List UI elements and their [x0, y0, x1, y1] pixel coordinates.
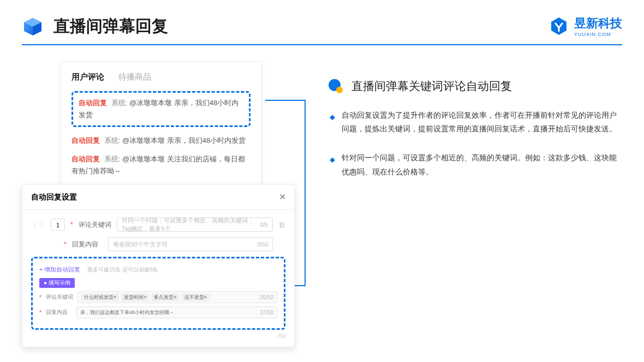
char-counter: 20/50: [260, 294, 273, 300]
required-marker: *: [64, 240, 67, 248]
header-divider: [22, 44, 622, 45]
bullet-text: 针对同一个问题，可设置多个相近的、高频的关键词。例如：这款多少钱、这块能优惠吗、…: [342, 151, 622, 178]
auto-reply-tag: 自动回复: [71, 155, 100, 163]
add-auto-reply-link[interactable]: + 增加自动回复: [39, 266, 80, 273]
keyword-tag[interactable]: 还不发货×: [182, 293, 210, 301]
bullet-text: 自动回复设置为了提升作者的评论回复效率，作者可在开播前针对常见的评论用户问题，提…: [342, 108, 622, 136]
reply-input[interactable]: 每条限50个中文字符 0/50: [108, 237, 273, 251]
system-label: 系统:: [104, 155, 121, 163]
brand-icon: [549, 16, 569, 36]
page-header: 直播间弹幕回复: [0, 0, 644, 44]
chat-bubble-icon: [327, 78, 344, 94]
cube-icon: [22, 16, 44, 38]
tag-container: 什么时候发货×发货时间×多久发货×还不发货×: [81, 293, 210, 301]
bullet-item: ◆ 自动回复设置为了提升作者的评论回复效率，作者可在开播前针对常见的评论用户问题…: [330, 108, 622, 136]
brand-url: YUUXIN.COM: [574, 32, 622, 37]
system-label: 系统:: [111, 99, 128, 107]
system-label: 系统:: [104, 136, 121, 144]
example-badge: ● 填写示例: [39, 278, 75, 288]
comment-tabs: 用户评论 待播商品: [71, 72, 251, 82]
comment-highlight: 自动回复 系统: @冰墩墩本墩 亲亲，我们48小时内发货: [71, 91, 251, 127]
char-counter: 37/50: [260, 310, 273, 316]
tab-pending-products[interactable]: 待播商品: [118, 72, 151, 82]
bottom-counter: /50: [31, 333, 285, 339]
description-panel: 直播间弹幕关键词评论自动回复 ◆ 自动回复设置为了提升作者的评论回复效率，作者可…: [327, 62, 622, 347]
auto-reply-tag: 自动回复: [79, 99, 107, 107]
diamond-icon: ◆: [330, 111, 335, 136]
comment-text: @冰墩墩本墩 亲亲，我们48小时内发货: [122, 136, 246, 144]
placeholder-text: 每条限50个中文字符: [113, 240, 168, 249]
keyword-tag[interactable]: 多久发货×: [151, 293, 179, 301]
brand-logo: 昱新科技 YUUXIN.COM: [549, 15, 622, 37]
comment-item: 自动回复 系统: @冰墩墩本墩 关注我们的店铺，每日都有热门推荐呦～: [71, 153, 251, 177]
comment-item: 自动回复 系统: @冰墩墩本墩 亲亲，我们48小时内发货: [71, 135, 251, 147]
example-reply-label: 回复内容: [46, 309, 72, 316]
example-keyword-row: * 评论关键词 什么时候发货×发货时间×多久发货×还不发货× 20/50: [39, 291, 277, 303]
bullet-item: ◆ 针对同一个问题，可设置多个相近的、高频的关键词。例如：这款多少钱、这块能优惠…: [330, 151, 622, 178]
connector-line: [265, 100, 306, 101]
keyword-tag[interactable]: 发货时间×: [121, 293, 149, 301]
diamond-icon: ◆: [330, 153, 335, 178]
section-title: 直播间弹幕关键词评论自动回复: [351, 79, 512, 94]
example-reply-row: * 回复内容 亲，我们这边都是下单48小时内发货的哦～ 37/50: [39, 306, 277, 318]
reply-label: 回复内容: [72, 240, 103, 249]
auto-reply-settings-modal: 自动回复设置 × ⋮⋮ 1 * 评论关键词 对同一个问题，可设置多个相近、高频的…: [22, 184, 295, 347]
comment-panel: 用户评论 待播商品 自动回复 系统: @冰墩墩本墩 亲亲，我们48小时内发货 自…: [60, 62, 262, 201]
required-marker: *: [70, 221, 73, 228]
required-marker: *: [39, 310, 41, 316]
drag-handle-icon[interactable]: ⋮⋮: [31, 221, 45, 229]
example-keyword-input[interactable]: 什么时候发货×发货时间×多久发货×还不发货× 20/50: [77, 291, 277, 303]
delete-icon[interactable]: 🗑: [278, 221, 285, 229]
example-reply-text: 亲，我们这边都是下单48小时内发货的哦～: [80, 309, 174, 316]
keyword-label: 评论关键词: [79, 220, 111, 230]
keyword-tag[interactable]: 什么时候发货×: [81, 293, 119, 301]
example-reply-input[interactable]: 亲，我们这边都是下单48小时内发货的哦～ 37/50: [76, 306, 277, 318]
char-counter: 0/50: [258, 242, 268, 248]
required-marker: *: [39, 294, 41, 300]
placeholder-text: 对同一个问题，可设置多个相近、高频的关键词，Tag确定，最多5个: [122, 216, 260, 233]
keyword-row: ⋮⋮ 1 * 评论关键词 对同一个问题，可设置多个相近、高频的关键词，Tag确定…: [31, 218, 285, 232]
svg-point-1: [336, 87, 343, 93]
char-counter: 0/5: [260, 222, 268, 228]
modal-title: 自动回复设置: [31, 192, 77, 202]
page-title: 直播间弹幕回复: [53, 15, 168, 38]
reply-row: * 回复内容 每条限50个中文字符 0/50: [31, 237, 285, 251]
close-icon[interactable]: ×: [279, 191, 285, 203]
auto-reply-tag: 自动回复: [71, 136, 100, 144]
tab-user-comments[interactable]: 用户评论: [71, 72, 104, 82]
example-keyword-label: 评论关键词: [46, 293, 73, 301]
connector-line: [305, 100, 306, 285]
keyword-input[interactable]: 对同一个问题，可设置多个相近、高频的关键词，Tag确定，最多5个 0/5: [117, 218, 273, 232]
brand-name: 昱新科技: [574, 15, 622, 32]
comment-item: 自动回复 系统: @冰墩墩本墩 亲亲，我们48小时内发货: [79, 97, 243, 121]
add-hint: 最多可建10条 还可以创建9条: [87, 267, 158, 273]
example-highlight: + 增加自动回复 最多可建10条 还可以创建9条 ● 填写示例 * 评论关键词 …: [31, 257, 285, 330]
index-number: 1: [51, 219, 65, 231]
